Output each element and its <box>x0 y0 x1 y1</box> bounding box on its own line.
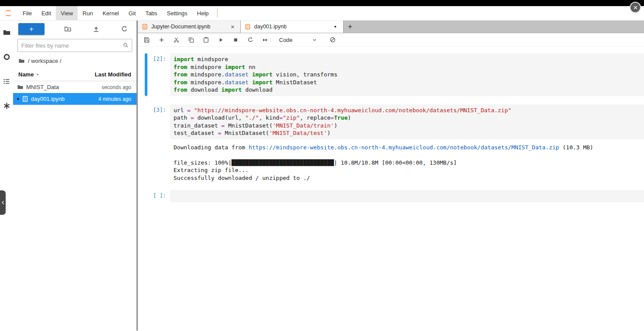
notebook-cell: [2]:import mindsporefrom mindspore impor… <box>138 53 644 96</box>
upload-files-button[interactable] <box>91 24 101 34</box>
asterisk-icon <box>3 102 11 110</box>
code-token: 'MNIST_Data/train' <box>273 122 334 129</box>
code-token: test_dataset <box>174 130 218 136</box>
new-folder-icon <box>64 25 72 33</box>
code-token: download <box>242 86 273 93</box>
new-launcher-button[interactable]: + <box>18 23 44 35</box>
circle-bold-icon <box>3 53 11 61</box>
window-top-bar <box>0 0 644 6</box>
screen-edge-collapse-handle[interactable] <box>0 190 6 215</box>
output-line: Successfully downloaded / unzipped to ./ <box>174 174 644 182</box>
code-token: = <box>187 107 191 114</box>
file-browser-tab[interactable] <box>2 28 11 37</box>
code-token: from <box>174 79 187 86</box>
menu-bar: FileEditViewRunKernelGitTabsSettingsHelp <box>0 6 644 21</box>
menu-git[interactable]: Git <box>124 6 141 20</box>
cell-editor[interactable] <box>170 190 644 202</box>
running-sessions-tab[interactable] <box>2 52 11 62</box>
dock-tab-bar: Jupyter-Document.ipynbday001.ipynb <box>138 21 644 33</box>
code-token: mindspore <box>187 64 225 70</box>
column-header-name[interactable]: Name <box>18 71 95 78</box>
file-modified: 4 minutes ago <box>99 96 131 102</box>
menu-help[interactable]: Help <box>192 6 214 20</box>
refresh-file-list-button[interactable] <box>119 24 129 34</box>
code-line: from mindspore import nn <box>174 63 641 71</box>
output-token: Successfully downloaded / unzipped to ./ <box>174 175 310 181</box>
code-token: import <box>225 64 245 70</box>
output-line: Extracting zip file... <box>174 166 644 174</box>
breadcrumb[interactable]: / workspace / <box>13 53 136 67</box>
tab-jupyter-document-ipynb[interactable]: Jupyter-Document.ipynb <box>138 21 241 33</box>
code-token: , kind <box>259 114 279 121</box>
run-cell-button[interactable] <box>215 34 226 45</box>
code-token: import <box>252 79 273 86</box>
code-token: dataset <box>225 79 249 86</box>
cell-type-dropdown[interactable]: Code <box>279 37 317 43</box>
code-token: MnistDataset( <box>225 122 273 129</box>
code-token: 'MNIST_Data/test' <box>269 130 327 136</box>
cell-input-row[interactable]: [2]:import mindsporefrom mindspore impor… <box>138 53 644 96</box>
tab-day001-ipynb[interactable]: day001.ipynb <box>241 21 344 33</box>
table-of-contents-tab[interactable] <box>2 76 11 86</box>
output-token: https://mindspore-website.obs.cn-north-4… <box>249 144 559 151</box>
code-line <box>174 192 641 200</box>
code-token: nn <box>245 64 255 70</box>
menu-run[interactable]: Run <box>78 6 98 20</box>
code-token: import <box>174 56 194 62</box>
cell-editor[interactable]: url = "https://mindspore-website.obs.cn-… <box>170 104 644 139</box>
menu-file[interactable]: File <box>18 6 37 20</box>
interrupt-kernel-button[interactable] <box>230 34 241 45</box>
menu-bar-items: FileEditViewRunKernelGitTabsSettingsHelp <box>18 6 214 20</box>
restart-kernel-button[interactable] <box>245 34 256 45</box>
menu-edit[interactable]: Edit <box>37 6 56 20</box>
file-row[interactable]: day001.ipynb4 minutes ago <box>13 93 136 105</box>
code-token: download <box>187 86 221 93</box>
file-row[interactable]: MNIST_Dataseconds ago <box>13 81 136 93</box>
code-line: from mindspore.dataset import MnistDatas… <box>174 79 641 86</box>
copy-cells-button[interactable] <box>186 34 197 45</box>
cell-input-row[interactable]: [3]:url = "https://mindspore-website.obs… <box>138 104 644 139</box>
save-notebook-button[interactable] <box>141 34 152 45</box>
restart-run-all-button[interactable] <box>260 34 271 45</box>
jupyter-logo-icon <box>3 8 14 18</box>
menu-kernel[interactable]: Kernel <box>98 6 124 20</box>
code-token <box>249 71 252 78</box>
activity-bar <box>0 21 13 331</box>
filter-files-input[interactable] <box>17 39 132 52</box>
file-listing: MNIST_Dataseconds agoday001.ipynb4 minut… <box>13 81 136 105</box>
upload-icon <box>92 25 100 33</box>
cell-input-row[interactable]: [ ]: <box>138 190 644 202</box>
notebook-area: [2]:import mindsporefrom mindspore impor… <box>138 47 644 331</box>
file-modified: seconds ago <box>102 84 131 90</box>
output-line: Downloading data from https://mindspore-… <box>174 144 644 152</box>
cell-editor[interactable]: import mindsporefrom mindspore import nn… <box>170 53 644 96</box>
save-icon <box>143 37 150 43</box>
output-token: file_sizes: 100%|███████████████████████… <box>174 159 457 166</box>
sort-ascending-icon <box>35 72 40 77</box>
refresh-icon <box>247 37 254 43</box>
code-token: vision, transforms <box>273 71 337 78</box>
kernel-status-icon[interactable] <box>328 35 337 45</box>
menu-tabs[interactable]: Tabs <box>140 6 162 20</box>
code-token: = <box>331 114 334 121</box>
tab-label: Jupyter-Document.ipynb <box>151 24 210 30</box>
column-header-last-modified[interactable]: Last Modified <box>95 71 131 78</box>
extension-manager-tab[interactable] <box>2 101 11 110</box>
new-tab-button[interactable] <box>344 21 357 33</box>
cut-cells-button[interactable] <box>171 34 182 45</box>
run-icon <box>218 37 224 43</box>
paste-cells-button[interactable] <box>201 34 211 45</box>
tab-close-button[interactable] <box>228 23 236 31</box>
dirty-indicator-dot <box>331 23 339 31</box>
insert-cell-button[interactable] <box>156 34 167 45</box>
cell-type-value: Code <box>279 37 293 43</box>
search-icon <box>123 42 129 48</box>
code-line: from download import download <box>174 86 641 94</box>
window-close-button[interactable] <box>630 2 641 13</box>
menu-settings[interactable]: Settings <box>162 6 192 20</box>
open-tabs: Jupyter-Document.ipynbday001.ipynb <box>138 21 344 33</box>
menu-view[interactable]: View <box>56 6 78 20</box>
new-folder-button[interactable] <box>62 24 73 34</box>
cell-output: Downloading data from https://mindspore-… <box>170 144 644 182</box>
code-token: mindspore. <box>187 71 225 78</box>
